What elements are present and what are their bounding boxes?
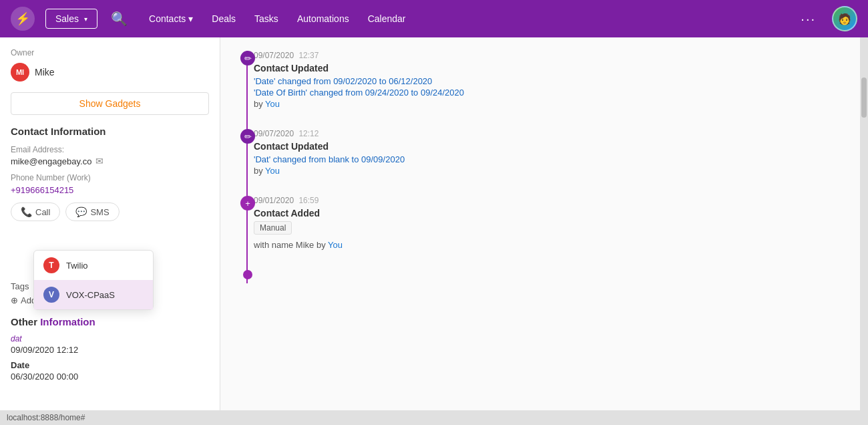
timeline-title-1: Contact Updated xyxy=(254,63,848,74)
top-navigation: ⚡ Sales ▾ 🔍 Contacts ▾ Deals Tasks Autom… xyxy=(0,0,868,37)
edit-icon-2: ✏ xyxy=(240,129,255,144)
edit-icon-1: ✏ xyxy=(240,51,255,65)
contact-info-section: Contact Information Email Address: mike@… xyxy=(11,126,209,221)
timeline-by-1: by You xyxy=(254,99,848,109)
sms-button[interactable]: 💬 SMS xyxy=(65,202,119,221)
main-content: ✏ 09/07/2020 12:37 Contact Updated 'Date… xyxy=(220,37,868,425)
timeline-date-1: 09/07/2020 12:37 xyxy=(254,51,848,60)
search-icon[interactable]: 🔍 xyxy=(108,8,130,29)
action-buttons: 📞 Call 💬 SMS xyxy=(11,202,209,221)
left-sidebar: Owner MI Mike Show Gadgets Contact Infor… xyxy=(0,37,220,425)
timeline-detail-2a: 'Dat' changed from blank to 09/09/2020 xyxy=(254,154,848,164)
owner-initials: MI xyxy=(16,68,24,76)
avatar-icon: 🧑 xyxy=(838,13,851,25)
time-text-1: 12:37 xyxy=(298,51,318,60)
date-text-3: 09/01/2020 xyxy=(254,196,294,205)
you-link-1[interactable]: You xyxy=(265,99,280,109)
other-info-title: Other Information xyxy=(11,316,209,327)
date-text-1: 09/07/2020 xyxy=(254,51,294,60)
date-key: Date xyxy=(11,360,209,370)
show-gadgets-button[interactable]: Show Gadgets xyxy=(11,92,209,115)
time-text-2: 12:12 xyxy=(298,129,318,138)
sales-label: Sales xyxy=(55,13,79,24)
you-link-2[interactable]: You xyxy=(265,166,280,176)
timeline-item-3: + 09/01/2020 16:59 Contact Added Manual … xyxy=(254,196,848,250)
vox-cpaas-option[interactable]: V VOX-CPaaS xyxy=(34,280,153,309)
contacts-chevron-icon: ▾ xyxy=(188,13,193,24)
phone-label: Phone Number (Work) xyxy=(11,173,209,182)
sms-label: SMS xyxy=(90,207,109,217)
date-text-2: 09/07/2020 xyxy=(254,129,294,138)
automations-label: Automations xyxy=(297,13,349,24)
call-button[interactable]: 📞 Call xyxy=(11,202,60,221)
owner-label: Owner xyxy=(11,48,209,57)
contacts-label: Contacts xyxy=(149,13,186,24)
owner-avatar: MI xyxy=(11,63,29,82)
twilio-option[interactable]: T Twilio xyxy=(34,251,153,280)
show-gadgets-label: Show Gadgets xyxy=(79,98,141,109)
nav-link-tasks[interactable]: Tasks xyxy=(246,8,286,29)
add-circle-icon: ⊕ xyxy=(11,295,18,305)
more-options-icon[interactable]: ··· xyxy=(795,9,821,29)
twilio-label: Twilio xyxy=(66,261,88,271)
owner-row: MI Mike xyxy=(11,63,209,82)
timeline-by-2: by You xyxy=(254,166,848,176)
status-bar: localhost:8888/home# xyxy=(0,410,868,425)
nav-link-contacts[interactable]: Contacts ▾ xyxy=(141,8,201,29)
sms-icon: 💬 xyxy=(75,206,87,217)
main-layout: Owner MI Mike Show Gadgets Contact Infor… xyxy=(0,37,868,425)
nav-links: Contacts ▾ Deals Tasks Automations Calen… xyxy=(141,8,785,29)
nav-link-deals[interactable]: Deals xyxy=(204,8,244,29)
email-label: Email Address: xyxy=(11,145,209,154)
user-avatar[interactable]: 🧑 xyxy=(832,6,857,31)
chevron-down-icon: ▾ xyxy=(84,15,87,23)
calendar-label: Calendar xyxy=(368,13,406,24)
other-info-section: Other Information dat 09/09/2020 12:12 D… xyxy=(11,316,209,382)
scrollbar-thumb[interactable] xyxy=(861,78,867,118)
phone-value[interactable]: +919666154215 xyxy=(11,185,73,195)
timeline-title-2: Contact Updated xyxy=(254,141,848,152)
timeline-detail-1b: 'Date Of Birth' changed from 09/24/2020 … xyxy=(254,88,848,98)
vox-icon: V xyxy=(43,287,59,303)
time-text-3: 16:59 xyxy=(298,196,318,205)
deals-label: Deals xyxy=(212,13,236,24)
timeline-date-3: 09/01/2020 16:59 xyxy=(254,196,848,205)
sales-dropdown[interactable]: Sales ▾ xyxy=(45,9,97,29)
logo-icon: ⚡ xyxy=(15,11,30,26)
email-icon: ✉ xyxy=(95,156,103,166)
status-url: localhost:8888/home# xyxy=(7,413,85,422)
dat-value: 09/09/2020 12:12 xyxy=(11,345,209,355)
email-text: mike@engagebay.co xyxy=(11,156,91,166)
timeline-end-dot xyxy=(243,270,252,279)
scrollbar[interactable] xyxy=(860,37,868,410)
you-link-3[interactable]: You xyxy=(328,240,343,250)
add-tag-button[interactable]: ⊕ Add xyxy=(11,295,36,305)
timeline-by-3: with name Mike by You xyxy=(254,240,848,250)
dat-key: dat xyxy=(11,334,209,343)
owner-section: Owner MI Mike xyxy=(11,48,209,82)
nav-link-automations[interactable]: Automations xyxy=(289,8,357,29)
tasks-label: Tasks xyxy=(254,13,278,24)
manual-badge: Manual xyxy=(254,221,292,235)
phone-icon: 📞 xyxy=(21,206,32,217)
activity-timeline: ✏ 09/07/2020 12:37 Contact Updated 'Date… xyxy=(240,51,848,283)
email-value: mike@engagebay.co ✉ xyxy=(11,156,209,166)
contact-info-title: Contact Information xyxy=(11,126,209,137)
owner-name: Mike xyxy=(35,67,55,78)
phone-provider-dropdown: T Twilio V VOX-CPaaS xyxy=(33,250,154,310)
vox-label: VOX-CPaaS xyxy=(66,290,115,300)
call-label: Call xyxy=(35,207,50,217)
twilio-icon: T xyxy=(43,257,59,273)
nav-link-calendar[interactable]: Calendar xyxy=(360,8,414,29)
timeline-title-3: Contact Added xyxy=(254,208,848,219)
timeline-date-2: 09/07/2020 12:12 xyxy=(254,129,848,138)
add-icon-3: + xyxy=(240,196,255,210)
timeline-item-2: ✏ 09/07/2020 12:12 Contact Updated 'Dat'… xyxy=(254,129,848,176)
dat-field: dat 09/09/2020 12:12 xyxy=(11,334,209,355)
timeline-detail-1a: 'Date' changed from 09/02/2020 to 06/12/… xyxy=(254,76,848,86)
app-logo[interactable]: ⚡ xyxy=(11,7,35,31)
date-field: Date 06/30/2020 00:00 xyxy=(11,360,209,382)
timeline-item-1: ✏ 09/07/2020 12:37 Contact Updated 'Date… xyxy=(254,51,848,109)
date-value: 06/30/2020 00:00 xyxy=(11,372,209,382)
